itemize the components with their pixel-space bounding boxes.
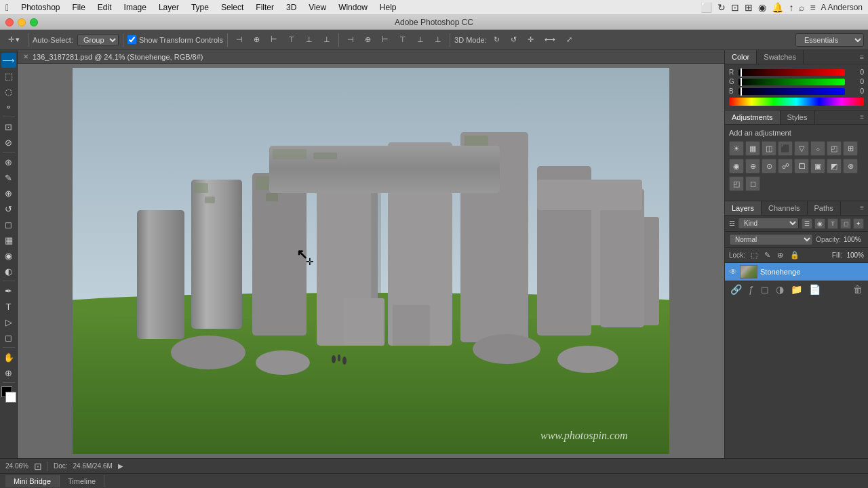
new-adjustment-layer-button[interactable]: ◑ <box>774 284 785 295</box>
menu-layer[interactable]: Layer <box>153 1 184 14</box>
levels-button[interactable]: ▦ <box>745 141 760 156</box>
menu-photoshop[interactable]: Photoshop <box>16 1 65 14</box>
adjustments-panel-menu-icon[interactable]: ≡ <box>860 113 864 121</box>
menu-select[interactable]: Select <box>216 1 249 14</box>
hue-sat-button[interactable]: ⬦ <box>810 141 825 156</box>
tab-swatches[interactable]: Swatches <box>757 50 804 64</box>
filter-shape-icon[interactable]: ◻ <box>840 218 851 229</box>
new-group-button[interactable]: 📁 <box>789 284 804 295</box>
brightness-contrast-button[interactable]: ☀ <box>729 141 744 156</box>
eyedropper-tool[interactable]: ⊘ <box>1 135 16 150</box>
g-slider[interactable] <box>738 79 845 85</box>
eraser-tool[interactable]: ◻ <box>1 217 16 232</box>
color-spectrum[interactable] <box>729 98 864 106</box>
lists-icon[interactable]: ≡ <box>810 2 815 13</box>
gradient-tool[interactable]: ▦ <box>1 232 16 247</box>
3d-slide-button[interactable]: ⟷ <box>540 34 559 45</box>
brush-tool[interactable]: ✎ <box>1 170 16 185</box>
share-icon[interactable]: ↑ <box>789 2 793 13</box>
delete-layer-button[interactable]: 🗑 <box>852 284 864 295</box>
menu-type[interactable]: Type <box>186 1 214 14</box>
auto-select-dropdown[interactable]: Group Layer <box>77 34 119 46</box>
mini-bridge-tab[interactable]: Mini Bridge <box>5 475 60 487</box>
quick-select-tool[interactable]: ⚬ <box>1 100 16 115</box>
blur-tool[interactable]: ◉ <box>1 248 16 263</box>
lock-position-icon[interactable]: ⊕ <box>776 250 785 260</box>
canvas-wrapper[interactable]: www.photospin.com ↖ ✛ <box>18 64 724 458</box>
doc-info-arrow-icon[interactable]: ▶ <box>118 462 123 470</box>
selective-color-button[interactable]: ⊗ <box>843 159 858 174</box>
3d-drag-button[interactable]: ✛ <box>524 34 538 45</box>
tab-adjustments[interactable]: Adjustments <box>725 110 781 124</box>
exposure-button[interactable]: ⬛ <box>778 141 793 156</box>
screen-mode-icon[interactable]: ⬜ <box>701 2 712 13</box>
tab-close-button[interactable]: ✕ <box>23 53 28 60</box>
rotate-icon[interactable]: ↻ <box>717 2 726 13</box>
zoom-status-icon[interactable]: ⊡ <box>34 461 42 472</box>
menu-edit[interactable]: Edit <box>92 1 117 14</box>
gradient-map-button[interactable]: ◩ <box>827 159 842 174</box>
align-top-edge-button[interactable]: ⊤ <box>284 34 299 45</box>
menu-filter[interactable]: Filter <box>250 1 279 14</box>
tab-layers[interactable]: Layers <box>725 201 762 215</box>
distribute-center-h-button[interactable]: ⊕ <box>361 34 375 45</box>
3d-rotate-button[interactable]: ↻ <box>490 34 504 45</box>
workspace-dropdown[interactable]: Essentials Photography Painting <box>795 33 864 47</box>
layers-panel-menu-icon[interactable]: ≡ <box>860 204 864 211</box>
background-color-swatch[interactable] <box>5 392 16 403</box>
mini-bridge-icon[interactable]: ⊞ <box>745 2 753 13</box>
crop-tool[interactable]: ⊡ <box>1 119 16 134</box>
tab-color[interactable]: Color <box>725 50 757 64</box>
filter-adjustment-icon[interactable]: ◉ <box>814 218 825 229</box>
add-layer-mask-button[interactable]: ◻ <box>760 284 770 295</box>
transform-controls-checkbox[interactable] <box>127 35 136 44</box>
link-layers-button[interactable]: 🔗 <box>729 284 743 295</box>
filter-type-icon[interactable]: T <box>827 218 838 229</box>
tab-paths[interactable]: Paths <box>808 201 841 215</box>
align-bottom-edge-button[interactable]: ⊥ <box>319 34 334 45</box>
type-tool[interactable]: T <box>1 299 16 314</box>
color-panel-menu-icon[interactable]: ≡ <box>856 50 868 64</box>
bridge-icon[interactable]: ⊡ <box>731 2 739 13</box>
distribute-left-button[interactable]: ⊣ <box>343 34 358 45</box>
blend-mode-select[interactable]: Normal Multiply Screen <box>729 234 813 245</box>
lock-image-icon[interactable]: ✎ <box>763 250 772 260</box>
distribute-center-v-button[interactable]: ⊥ <box>413 34 428 45</box>
align-left-edge-button[interactable]: ⊣ <box>232 34 247 45</box>
history-brush-tool[interactable]: ↺ <box>1 201 16 216</box>
color-balance-button[interactable]: ◰ <box>827 141 842 156</box>
invert-button[interactable]: ☍ <box>778 159 793 174</box>
dodge-tool[interactable]: ◐ <box>1 264 16 279</box>
add-layer-style-button[interactable]: ƒ <box>747 284 755 295</box>
close-button[interactable] <box>5 18 14 26</box>
bw-button[interactable]: ⊞ <box>843 141 858 156</box>
photo-filter-button[interactable]: ◉ <box>729 159 744 174</box>
lock-all-icon[interactable]: 🔒 <box>789 250 801 260</box>
menu-help[interactable]: Help <box>374 1 402 14</box>
maximize-button[interactable] <box>30 18 38 26</box>
move-tool[interactable]: ⟶ <box>1 53 16 68</box>
zoom-tool[interactable]: ⊕ <box>1 365 16 380</box>
hand-tool[interactable]: ✋ <box>1 350 16 365</box>
channel-mixer-button[interactable]: ⊕ <box>745 159 760 174</box>
layer-stonehenge[interactable]: 👁 Stonehenge <box>725 263 868 281</box>
lock-transparent-icon[interactable]: ⬚ <box>749 250 759 260</box>
color-lookup-button[interactable]: ⊙ <box>762 159 776 174</box>
3d-roll-button[interactable]: ↺ <box>507 34 521 45</box>
distribute-top-button[interactable]: ⊤ <box>395 34 410 45</box>
rectangular-marquee-tool[interactable]: ⬚ <box>1 68 16 83</box>
menu-file[interactable]: File <box>67 1 91 14</box>
timeline-tab[interactable]: Timeline <box>60 475 104 487</box>
b-slider[interactable] <box>738 88 845 95</box>
threshold-button[interactable]: ▣ <box>810 159 825 174</box>
pen-tool[interactable]: ✒ <box>1 283 16 298</box>
vibrance-button[interactable]: ▽ <box>794 141 809 156</box>
tab-channels[interactable]: Channels <box>762 201 807 215</box>
move-tool-button[interactable]: ✛ ▾ <box>4 34 24 45</box>
3d-scale-button[interactable]: ⤢ <box>562 34 576 45</box>
kuler-icon[interactable]: ◉ <box>758 2 766 13</box>
r-slider[interactable] <box>738 69 845 76</box>
menu-view[interactable]: View <box>303 1 332 14</box>
layer-visibility-icon[interactable]: 👁 <box>729 267 737 277</box>
path-selection-tool[interactable]: ▷ <box>1 314 16 329</box>
